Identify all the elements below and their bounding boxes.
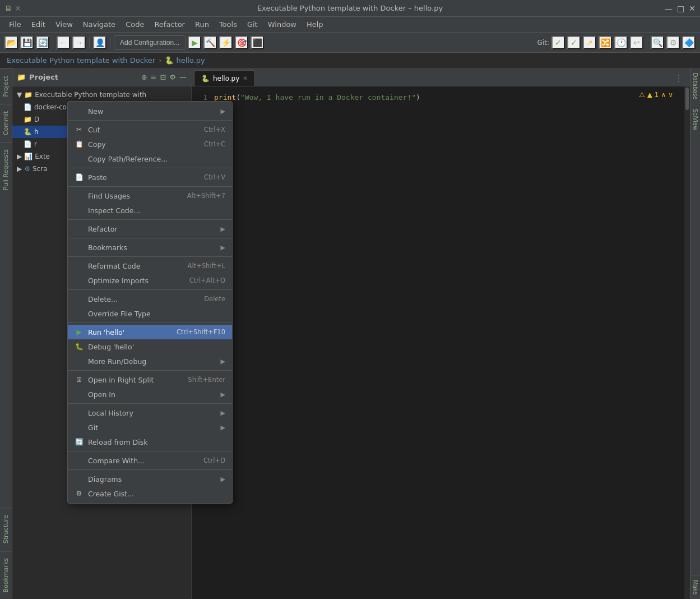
file-r-icon: 📄: [24, 140, 32, 148]
ctx-diagrams[interactable]: Diagrams ▶: [68, 472, 232, 486]
settings-btn[interactable]: ⚙: [666, 36, 680, 49]
build-btn[interactable]: 🔨: [203, 36, 217, 49]
ctx-sep-5: [68, 238, 232, 238]
menu-help[interactable]: Help: [302, 19, 328, 30]
window-controls[interactable]: — □ ✕: [665, 4, 696, 13]
minimize-icon[interactable]: —: [665, 4, 673, 13]
ctx-open-right-split[interactable]: ⊞ Open in Right Split Shift+Enter: [68, 372, 232, 387]
tab-hello-py[interactable]: 🐍 hello.py ✕: [194, 70, 255, 86]
toolbar-save-btn[interactable]: 💾: [20, 36, 34, 49]
sidebar-item-bookmarks[interactable]: Bookmarks: [0, 551, 12, 599]
run-btn[interactable]: ▶: [188, 36, 201, 49]
ctx-reformat[interactable]: Reformat Code Alt+Shift+L: [68, 259, 232, 273]
ctx-local-history[interactable]: Local History ▶: [68, 406, 232, 420]
ctx-copy-path[interactable]: Copy Path/Reference...: [68, 151, 232, 166]
ctx-more-run-debug[interactable]: More Run/Debug ▶: [68, 354, 232, 368]
breadcrumb-project[interactable]: Executable Python template with Docker: [7, 56, 155, 64]
toolbar-sync-btn[interactable]: 🔄: [36, 36, 49, 49]
open-in-arrow: ▶: [221, 391, 225, 398]
profile-btn[interactable]: 🎯: [235, 36, 248, 49]
tree-root[interactable]: ▼ 📁 Executable Python template with: [12, 89, 191, 101]
menu-tools[interactable]: Tools: [215, 19, 242, 30]
git-rollback-btn[interactable]: ↩: [630, 36, 643, 49]
app-icon: 🖥 ✕: [4, 4, 21, 13]
folder-icon: 📁: [17, 73, 26, 81]
toolbar-forward-btn[interactable]: →: [72, 36, 86, 49]
ctx-inspect-code[interactable]: Inspect Code...: [68, 203, 232, 218]
tab-bar: 🐍 hello.py ✕ ⋮: [192, 68, 690, 86]
add-icon[interactable]: ⊕: [141, 73, 147, 81]
code-line-1: 1 print("Wow, I have run in a Docker con…: [192, 91, 690, 103]
ctx-compare-with[interactable]: Compare With... Ctrl+D: [68, 453, 232, 468]
ctx-create-gist[interactable]: ⚙ Create Gist...: [68, 486, 232, 501]
expand-up-icon[interactable]: ∧: [661, 91, 666, 99]
ctx-delete[interactable]: Delete... Delete: [68, 292, 232, 306]
folder-d-icon: 📁: [24, 116, 32, 123]
panel-header: 📁 Project ⊕ ≡ ⊟ ⚙ —: [12, 68, 191, 86]
stop-btn[interactable]: ⬛: [251, 36, 264, 49]
sidebar-item-project[interactable]: Project: [0, 68, 12, 104]
ctx-open-in[interactable]: Open In ▶: [68, 387, 232, 402]
sidebar-item-database[interactable]: Database: [691, 68, 699, 104]
ctx-paste[interactable]: 📄 Paste Ctrl+V: [68, 170, 232, 185]
ctx-new[interactable]: New ▶: [68, 104, 232, 118]
ctx-cut[interactable]: ✂ Cut Ctrl+X: [68, 122, 232, 137]
toolbar-back-btn[interactable]: ←: [57, 36, 70, 49]
sidebar-item-structure[interactable]: Structure: [0, 508, 12, 550]
debug-icon: 🐛: [75, 343, 84, 351]
menu-edit[interactable]: Edit: [27, 19, 50, 30]
editor-content[interactable]: 1 print("Wow, I have run in a Docker con…: [192, 86, 690, 599]
panel-title: Project: [29, 73, 138, 81]
context-menu: New ▶ ✂ Cut Ctrl+X 📋 Copy Ctrl+C Copy Pa…: [67, 101, 233, 504]
breadcrumb-sep: ›: [159, 56, 161, 64]
coverage-btn[interactable]: ⚡: [219, 36, 233, 49]
git-fetch-btn[interactable]: ↗: [583, 36, 596, 49]
ctx-reload-from-disk[interactable]: 🔄 Reload from Disk: [68, 435, 232, 449]
search-btn[interactable]: 🔍: [651, 36, 664, 49]
hide-icon[interactable]: —: [179, 73, 187, 81]
plugins-btn[interactable]: 🔷: [682, 36, 696, 49]
ctx-git[interactable]: Git ▶: [68, 420, 232, 435]
menu-file[interactable]: File: [4, 19, 26, 30]
git-branch-btn[interactable]: 🔀: [599, 36, 612, 49]
ctx-optimize-imports[interactable]: Optimize Imports Ctrl+Alt+O: [68, 273, 232, 288]
toolbar-open-btn[interactable]: 📂: [4, 36, 18, 49]
git-history-btn[interactable]: 🕐: [614, 36, 628, 49]
ctx-find-usages[interactable]: Find Usages Alt+Shift+7: [68, 188, 232, 203]
breadcrumb-file[interactable]: 🐍 hello.py: [165, 56, 205, 64]
toolbar-user-btn[interactable]: 👤: [93, 36, 106, 49]
ctx-override-file-type[interactable]: Override File Type: [68, 306, 232, 321]
ctx-refactor[interactable]: Refactor ▶: [68, 222, 232, 236]
tab-more-btn[interactable]: ⋮: [670, 70, 688, 86]
menu-refactor[interactable]: Refactor: [150, 19, 189, 30]
menu-view[interactable]: View: [51, 19, 77, 30]
menu-navigate[interactable]: Navigate: [78, 19, 120, 30]
sidebar-item-commit[interactable]: Commit: [0, 104, 12, 142]
ctx-run-hello[interactable]: ▶ Run 'hello' Ctrl+Shift+F10: [68, 325, 232, 339]
ctx-debug-hello[interactable]: 🐛 Debug 'hello': [68, 339, 232, 354]
ctx-copy[interactable]: 📋 Copy Ctrl+C: [68, 137, 232, 151]
sidebar-item-make[interactable]: Make: [691, 575, 699, 599]
menu-window[interactable]: Window: [263, 19, 301, 30]
tab-close-btn[interactable]: ✕: [243, 75, 247, 81]
ctx-sep-10: [68, 403, 232, 404]
sidebar-item-sciview[interactable]: SciView: [691, 104, 699, 135]
window-title: Executable Python template with Docker –…: [257, 4, 443, 12]
vertical-scrollbar[interactable]: [684, 86, 690, 599]
menu-git[interactable]: Git: [243, 19, 262, 30]
collapse-icon[interactable]: ⊟: [160, 73, 166, 81]
settings-panel-icon[interactable]: ⚙: [169, 73, 176, 81]
list-icon[interactable]: ≡: [151, 73, 157, 81]
ctx-bookmarks[interactable]: Bookmarks ▶: [68, 240, 232, 255]
sidebar-item-pull-requests[interactable]: Pull Requests: [0, 142, 12, 197]
add-configuration-btn[interactable]: Add Configuration...: [114, 35, 186, 50]
menu-code[interactable]: Code: [121, 19, 149, 30]
menu-run[interactable]: Run: [191, 19, 214, 30]
maximize-icon[interactable]: □: [677, 4, 684, 13]
scrollbar-thumb[interactable]: [685, 87, 689, 110]
expand-down-icon[interactable]: ∨: [668, 91, 673, 99]
warning-badge: ⚠ ▲ 1 ∧ ∨: [639, 91, 673, 99]
close-icon[interactable]: ✕: [689, 4, 696, 13]
git-update-btn[interactable]: ✓: [551, 36, 565, 49]
git-push-btn[interactable]: ✓: [567, 36, 581, 49]
